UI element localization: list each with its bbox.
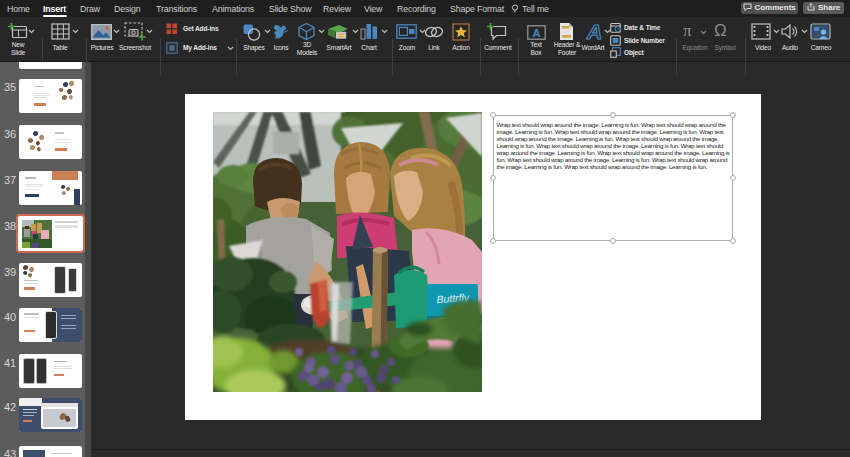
svg-text:A: A bbox=[586, 21, 602, 42]
svg-text:A: A bbox=[533, 27, 541, 39]
